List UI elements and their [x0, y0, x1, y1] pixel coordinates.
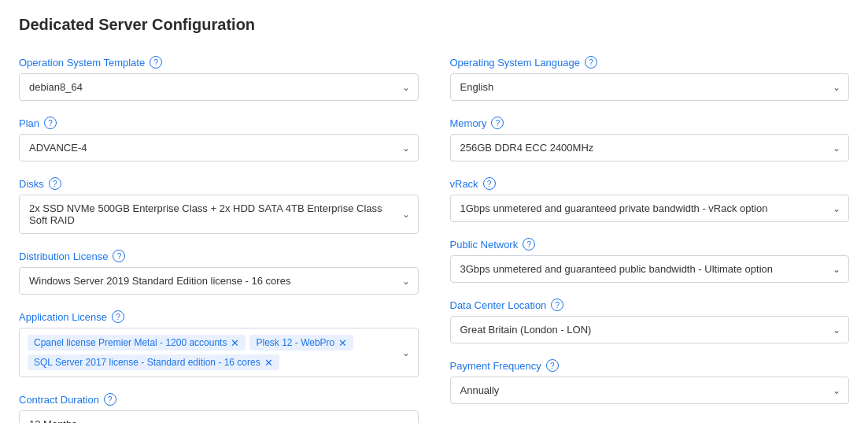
label-memory: Memory ?	[450, 117, 850, 129]
form-group-plan: Plan ? ADVANCE-4 ⌄	[19, 117, 419, 161]
select-wrapper-contract-duration[interactable]: 12 Months ⌄	[19, 410, 419, 423]
form-group-vrack: vRack ? 1Gbps unmetered and guaranteed p…	[450, 177, 850, 222]
select-wrapper-datacenter-location[interactable]: Great Britain (London - LON) ⌄	[450, 316, 850, 343]
label-disks: Disks ?	[19, 177, 419, 190]
label-distribution-license: Distribution License ?	[19, 250, 419, 262]
help-icon-distribution-license[interactable]: ?	[113, 250, 125, 262]
label-plan: Plan ?	[19, 117, 419, 129]
select-contract-duration[interactable]: 12 Months	[20, 411, 418, 423]
form-group-payment-frequency: Payment Frequency ? Annually ⌄	[450, 359, 850, 404]
label-application-license: Application License ?	[19, 310, 419, 323]
select-wrapper-disks[interactable]: 2x SSD NVMe 500GB Enterprise Class + 2x …	[19, 195, 419, 234]
select-os-template[interactable]: debian8_64	[20, 74, 418, 100]
tag-close-cpanel[interactable]: ✕	[231, 338, 239, 348]
right-column: Operating System Language ? English ⌄ Me…	[450, 56, 850, 423]
label-os-language: Operating System Language ?	[450, 56, 850, 69]
tag-sql: SQL Server 2017 license - Standard editi…	[28, 354, 279, 370]
label-payment-frequency: Payment Frequency ?	[450, 359, 850, 372]
tag-cpanel: Cpanel license Premier Metal - 1200 acco…	[28, 335, 246, 351]
select-distribution-license[interactable]: Windows Server 2019 Standard Edition lic…	[20, 268, 418, 294]
label-datacenter-location: Data Center Location ?	[450, 299, 850, 311]
help-icon-public-network[interactable]: ?	[523, 238, 535, 250]
select-wrapper-public-network[interactable]: 3Gbps unmetered and guaranteed public ba…	[450, 255, 850, 283]
select-wrapper-vrack[interactable]: 1Gbps unmetered and guaranteed private b…	[450, 195, 850, 222]
left-column: Operation System Template ? debian8_64 ⌄…	[19, 56, 419, 423]
select-payment-frequency[interactable]: Annually	[451, 377, 849, 403]
page-title: Dedicated Server Configuration	[19, 16, 849, 34]
multi-select-application-license[interactable]: Cpanel license Premier Metal - 1200 acco…	[19, 328, 419, 377]
select-vrack[interactable]: 1Gbps unmetered and guaranteed private b…	[451, 195, 849, 221]
help-icon-disks[interactable]: ?	[49, 177, 61, 190]
form-group-datacenter-location: Data Center Location ? Great Britain (Lo…	[450, 299, 850, 343]
tag-close-sql[interactable]: ✕	[264, 358, 273, 368]
select-wrapper-os-language[interactable]: English ⌄	[450, 73, 850, 101]
form-group-distribution-license: Distribution License ? Windows Server 20…	[19, 250, 419, 295]
help-icon-datacenter-location[interactable]: ?	[551, 299, 563, 311]
help-icon-memory[interactable]: ?	[491, 117, 504, 129]
form-group-public-network: Public Network ? 3Gbps unmetered and gua…	[450, 238, 850, 283]
label-public-network: Public Network ?	[450, 238, 850, 250]
select-wrapper-plan[interactable]: ADVANCE-4 ⌄	[19, 134, 419, 161]
help-icon-application-license[interactable]: ?	[112, 310, 124, 323]
tag-close-plesk[interactable]: ✕	[338, 338, 347, 348]
select-disks[interactable]: 2x SSD NVMe 500GB Enterprise Class + 2x …	[20, 195, 418, 233]
form-group-application-license: Application License ? Cpanel license Pre…	[19, 310, 419, 377]
label-vrack: vRack ?	[450, 177, 850, 190]
label-os-template: Operation System Template ?	[19, 56, 419, 69]
select-plan[interactable]: ADVANCE-4	[20, 135, 418, 161]
select-wrapper-distribution-license[interactable]: Windows Server 2019 Standard Edition lic…	[19, 267, 419, 295]
form-group-os-language: Operating System Language ? English ⌄	[450, 56, 850, 101]
form-group-disks: Disks ? 2x SSD NVMe 500GB Enterprise Cla…	[19, 177, 419, 234]
select-memory[interactable]: 256GB DDR4 ECC 2400MHz	[451, 135, 849, 161]
select-wrapper-memory[interactable]: 256GB DDR4 ECC 2400MHz ⌄	[450, 134, 850, 161]
label-contract-duration: Contract Duration ?	[19, 393, 419, 406]
select-wrapper-payment-frequency[interactable]: Annually ⌄	[450, 377, 850, 404]
help-icon-os-language[interactable]: ?	[585, 56, 597, 69]
help-icon-plan[interactable]: ?	[44, 117, 57, 129]
help-icon-vrack[interactable]: ?	[483, 177, 496, 190]
tags-container: Cpanel license Premier Metal - 1200 acco…	[28, 335, 390, 370]
form-grid: Operation System Template ? debian8_64 ⌄…	[19, 56, 849, 423]
help-icon-contract-duration[interactable]: ?	[104, 393, 116, 406]
select-wrapper-os-template[interactable]: debian8_64 ⌄	[19, 73, 419, 101]
form-group-os-template: Operation System Template ? debian8_64 ⌄	[19, 56, 419, 101]
help-icon-os-template[interactable]: ?	[150, 56, 162, 69]
form-group-memory: Memory ? 256GB DDR4 ECC 2400MHz ⌄	[450, 117, 850, 161]
select-datacenter-location[interactable]: Great Britain (London - LON)	[451, 317, 849, 343]
select-os-language[interactable]: English	[451, 74, 849, 100]
help-icon-payment-frequency[interactable]: ?	[546, 359, 559, 372]
select-public-network[interactable]: 3Gbps unmetered and guaranteed public ba…	[451, 256, 849, 282]
tag-plesk: Plesk 12 - WebPro ✕	[249, 335, 353, 351]
chevron-icon-application-license: ⌄	[402, 347, 410, 358]
form-group-contract-duration: Contract Duration ? 12 Months ⌄	[19, 393, 419, 423]
